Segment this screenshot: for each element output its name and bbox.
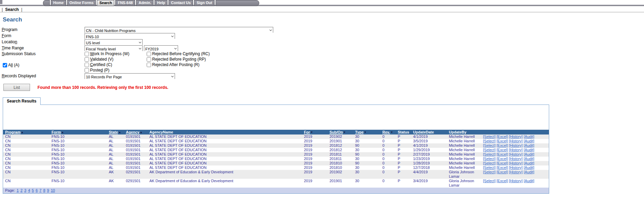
action-audit-link[interactable]: [Audit] — [524, 143, 534, 147]
action-select-link[interactable]: [Select] — [483, 165, 496, 170]
nav-tab-fns-648[interactable]: FNS-648 — [115, 0, 135, 6]
action-history-link[interactable]: [History] — [509, 152, 523, 156]
page-link[interactable]: 5 — [32, 188, 34, 192]
status-checkbox[interactable] — [85, 52, 89, 56]
action-audit-link[interactable]: [Audit] — [524, 179, 534, 183]
page-link[interactable]: 7 — [40, 188, 42, 192]
action-audit-link[interactable]: [Audit] — [524, 152, 534, 156]
page-link[interactable]: 2 — [20, 188, 23, 192]
action-history-link[interactable]: [History] — [509, 148, 523, 152]
action-excel-link[interactable]: [Excel] — [497, 161, 508, 165]
cell-rev: 0 — [380, 134, 396, 139]
action-audit-link[interactable]: [Audit] — [524, 139, 534, 143]
action-audit-link[interactable]: [Audit] — [524, 148, 534, 152]
action-audit-link[interactable]: [Audit] — [524, 161, 534, 165]
action-select-link[interactable]: [Select] — [483, 179, 496, 183]
result-count-message: Found more than 100 records. Retrieving … — [38, 85, 168, 90]
page-link[interactable]: 6 — [35, 188, 38, 192]
column-header: Agency▲ — [124, 130, 147, 134]
action-audit-link[interactable]: [Audit] — [524, 134, 534, 139]
nav-tab-contact-us[interactable]: Contact Us — [169, 0, 193, 6]
status-checkbox[interactable] — [85, 68, 89, 73]
all-status-checkbox[interactable] — [3, 63, 7, 67]
status-checkbox[interactable] — [85, 57, 89, 62]
action-excel-link[interactable]: [Excel] — [497, 170, 508, 174]
action-select-link[interactable]: [Select] — [483, 157, 496, 161]
page-link[interactable]: 8 — [43, 188, 45, 192]
action-excel-link[interactable]: [Excel] — [497, 134, 508, 139]
action-select-link[interactable]: [Select] — [483, 170, 496, 174]
status-checkbox[interactable] — [147, 52, 151, 56]
status-checkbox[interactable] — [85, 63, 89, 67]
action-select-link[interactable]: [Select] — [483, 161, 496, 165]
tab-search-results[interactable]: Search Results — [3, 97, 41, 105]
cell-sub-on: 201811 — [327, 152, 353, 157]
action-history-link[interactable]: [History] — [509, 170, 523, 174]
column-sort-link[interactable]: For — [304, 130, 310, 134]
cell-status: P — [396, 179, 411, 188]
cell-agency: 0191501 — [124, 157, 147, 161]
status-checkbox[interactable] — [147, 57, 151, 62]
cell-sub-on: 201902 — [327, 134, 353, 139]
action-audit-link[interactable]: [Audit] — [524, 157, 534, 161]
action-history-link[interactable]: [History] — [509, 157, 523, 161]
action-select-link[interactable]: [Select] — [483, 143, 496, 147]
action-excel-link[interactable]: [Excel] — [497, 165, 508, 170]
status-checkbox-label: Work In Progress (W) — [90, 51, 129, 56]
action-excel-link[interactable]: [Excel] — [497, 139, 508, 143]
action-audit-link[interactable]: [Audit] — [524, 170, 534, 174]
action-select-link[interactable]: [Select] — [483, 148, 496, 152]
action-excel-link[interactable]: [Excel] — [497, 157, 508, 161]
program-label: Program — [2, 27, 85, 32]
time-range-level-select[interactable]: Fiscal Yearly level — [85, 46, 142, 51]
nav-tab-sign-out[interactable]: Sign Out — [194, 0, 215, 6]
action-select-link[interactable]: [Select] — [483, 139, 496, 143]
page-link[interactable]: 10 — [51, 188, 55, 192]
location-select[interactable]: US level — [85, 40, 142, 45]
column-sort-link[interactable]: Sub/On — [330, 130, 343, 134]
action-excel-link[interactable]: [Excel] — [497, 152, 508, 156]
action-select-link[interactable]: [Select] — [483, 152, 496, 156]
nav-tab-search[interactable]: Search — [97, 0, 114, 6]
nav-tab-help[interactable]: Help — [155, 0, 167, 6]
table-row: CN FNS-10 AL 0191501 AL STATE DEPT OF ED… — [3, 157, 549, 161]
page-link[interactable]: 3 — [24, 188, 26, 192]
page-link[interactable]: 4 — [28, 188, 30, 192]
action-history-link[interactable]: [History] — [509, 139, 523, 143]
column-sort-link[interactable]: State — [109, 130, 118, 134]
cell-program: CN — [3, 179, 49, 188]
column-sort-link[interactable]: Agency — [126, 130, 140, 134]
action-history-link[interactable]: [History] — [509, 143, 523, 147]
column-sort-link[interactable]: Type — [355, 130, 364, 134]
time-range-year-select[interactable]: FY2019 — [144, 46, 178, 51]
action-history-link[interactable]: [History] — [509, 161, 523, 165]
column-sort-link[interactable]: Program — [5, 130, 20, 134]
page-title: Search — [3, 16, 644, 23]
page-link[interactable]: 1 — [17, 188, 19, 192]
action-audit-link[interactable]: [Audit] — [524, 165, 534, 170]
nav-tab-home[interactable]: Home — [51, 0, 66, 6]
status-checkbox[interactable] — [147, 63, 151, 67]
column-header: State▲ — [107, 130, 124, 134]
column-sort-link: Status — [398, 130, 409, 134]
nav-tab-online-forms[interactable]: Online Forms — [67, 0, 96, 6]
action-history-link[interactable]: [History] — [509, 134, 523, 139]
form-select[interactable]: FNS-10 — [85, 34, 175, 39]
action-excel-link[interactable]: [Excel] — [497, 179, 508, 183]
action-history-link[interactable]: [History] — [509, 165, 523, 170]
action-select-link[interactable]: [Select] — [483, 134, 496, 139]
program-select[interactable]: CN - Child Nutrition Programs — [85, 28, 273, 33]
column-sort-link[interactable]: Form — [52, 130, 61, 134]
action-excel-link[interactable]: [Excel] — [497, 148, 508, 152]
action-history-link[interactable]: [History] — [509, 179, 523, 183]
nav-tab-admin[interactable]: Admin. — [136, 0, 153, 6]
records-displayed-select[interactable]: 10 Records Per Page — [85, 74, 175, 79]
column-sort-link[interactable]: Rev. — [382, 130, 390, 134]
page-link[interactable]: 9 — [47, 188, 49, 192]
table-row: CN FNS-10 AK 0291501 AK Department of Ed… — [3, 170, 549, 179]
cell-actions: [Select] [Excel] [History] [Audit] — [481, 157, 549, 161]
cell-agency-name: AL STATE DEPT OF EDUCATION — [147, 152, 302, 157]
list-button[interactable]: List — [3, 84, 30, 91]
cell-agency: 0191501 — [124, 165, 147, 170]
action-excel-link[interactable]: [Excel] — [497, 143, 508, 147]
